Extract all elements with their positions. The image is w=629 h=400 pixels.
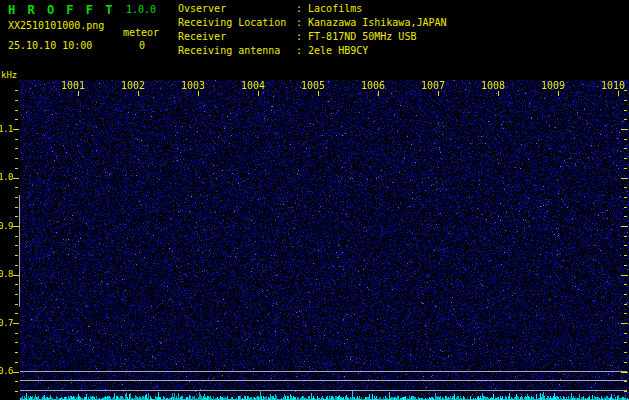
y-axis-label: 0.9	[0, 221, 13, 231]
y-major-tick	[13, 372, 19, 373]
y-axis-label: 1.1	[0, 124, 13, 134]
threshold-line-bottom	[20, 390, 627, 391]
spectrogram-canvas	[20, 80, 629, 400]
y-axis-label: 0.8	[0, 269, 13, 279]
y-minor-tick	[15, 294, 18, 295]
info-separator: :	[296, 17, 308, 28]
y-minor-tick	[15, 255, 18, 256]
y-major-tick	[13, 178, 19, 179]
threshold-line-top	[20, 371, 627, 372]
y-minor-tick	[15, 207, 18, 208]
info-value: 2ele HB9CY	[308, 45, 368, 56]
station-info: Ovserver: LacofilmsReceiving Location: K…	[178, 2, 447, 58]
info-label: Ovserver	[178, 2, 296, 16]
echo-count: 0	[139, 40, 145, 51]
y-major-tick	[13, 323, 19, 324]
y-minor-tick	[15, 236, 18, 237]
y-axis-label: 1.0	[0, 172, 13, 182]
app-window: H R O F F T 1.0.0 XX2510101000.png meteo…	[0, 0, 629, 400]
y-minor-tick	[15, 352, 18, 353]
info-value: FT-817ND 50MHz USB	[308, 31, 416, 42]
y-minor-tick	[15, 381, 18, 382]
info-row: Receiving antenna: 2ele HB9CY	[178, 44, 447, 58]
output-filename: XX2510101000.png	[8, 20, 104, 31]
y-minor-tick	[15, 168, 18, 169]
y-minor-tick	[15, 284, 18, 285]
y-minor-tick	[15, 304, 18, 305]
y-minor-tick	[15, 119, 18, 120]
y-minor-tick	[15, 313, 18, 314]
info-separator: :	[296, 31, 308, 42]
info-separator: :	[296, 45, 308, 56]
y-minor-tick	[15, 197, 18, 198]
y-minor-tick	[15, 333, 18, 334]
info-row: Ovserver: Lacofilms	[178, 2, 447, 16]
y-minor-tick	[15, 100, 18, 101]
y-minor-tick	[15, 391, 18, 392]
app-title: H R O F F T	[8, 3, 115, 17]
mode-label: meteor	[123, 27, 159, 38]
info-label: Receiver	[178, 30, 296, 44]
y-minor-tick	[15, 110, 18, 111]
freq-range-marker	[19, 195, 20, 307]
y-minor-tick	[15, 245, 18, 246]
info-label: Receiving Location	[178, 16, 296, 30]
y-minor-tick	[15, 187, 18, 188]
datetime-label: 25.10.10 10:00	[8, 40, 92, 51]
y-major-tick	[13, 129, 19, 130]
y-minor-tick	[15, 362, 18, 363]
y-minor-tick	[15, 158, 18, 159]
info-label: Receiving antenna	[178, 44, 296, 58]
y-axis-unit-label: kHz	[1, 70, 17, 80]
app-version: 1.0.0	[126, 4, 156, 15]
info-separator: :	[296, 3, 308, 14]
y-minor-tick	[15, 90, 18, 91]
y-minor-tick	[15, 216, 18, 217]
y-axis-label: 0.7	[0, 318, 13, 328]
y-minor-tick	[15, 265, 18, 266]
y-minor-tick	[15, 139, 18, 140]
info-value: Kanazawa Ishikawa,JAPAN	[308, 17, 446, 28]
y-minor-tick	[15, 148, 18, 149]
threshold-line-middle	[20, 380, 627, 381]
y-axis-label: 0.6	[0, 366, 13, 376]
info-value: Lacofilms	[308, 3, 362, 14]
info-row: Receiver: FT-817ND 50MHz USB	[178, 30, 447, 44]
y-minor-tick	[15, 342, 18, 343]
info-row: Receiving Location: Kanazawa Ishikawa,JA…	[178, 16, 447, 30]
